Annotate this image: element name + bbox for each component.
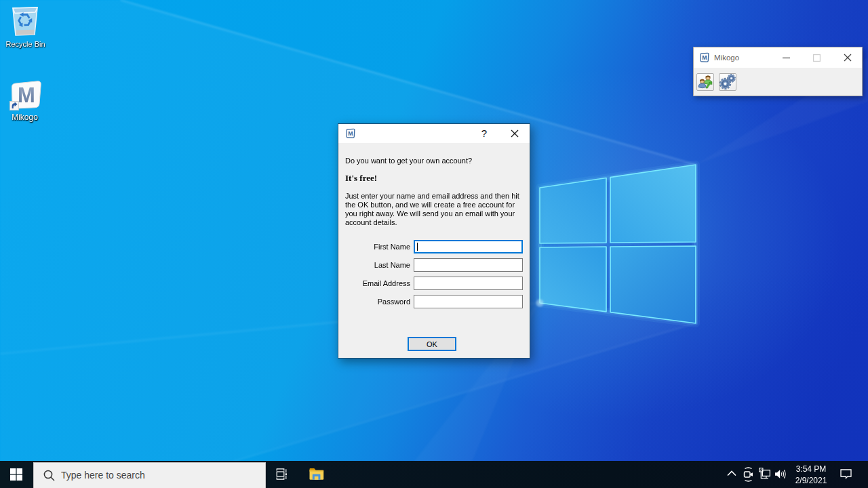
svg-text:M: M	[348, 130, 353, 137]
svg-text:M: M	[18, 83, 35, 107]
svg-text:M: M	[702, 54, 707, 61]
